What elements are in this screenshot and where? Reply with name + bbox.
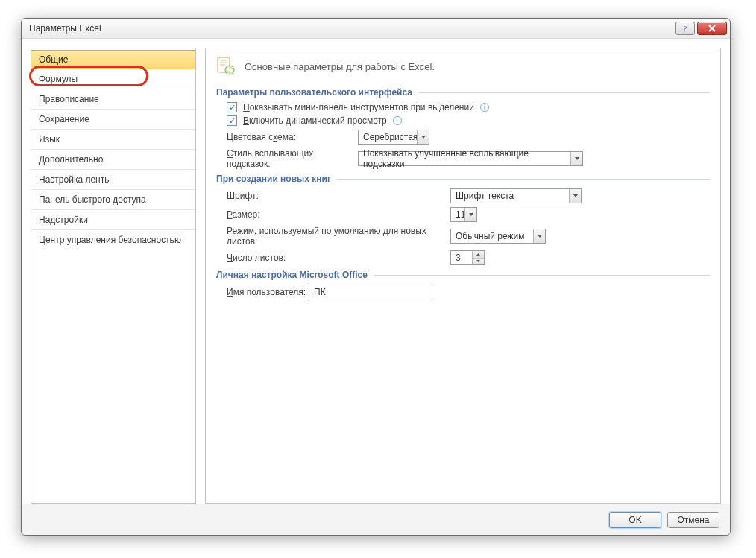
row-sheets-count: Число листов: 3: [227, 250, 710, 265]
svg-point-4: [230, 69, 233, 72]
chevron-down-icon: [417, 130, 429, 144]
row-color-scheme: Цветовая схема: Серебристая: [227, 130, 710, 145]
combo-tooltip-style[interactable]: Показывать улучшенные всплывающие подска…: [358, 151, 583, 166]
group-label: Параметры пользовательского интерфейса: [216, 87, 412, 98]
label-font: Шрифт:: [227, 191, 450, 201]
sidebar-item-label: Настройка ленты: [39, 174, 111, 185]
sidebar-item-label: Дополнительно: [39, 154, 103, 165]
button-label: Отмена: [677, 515, 709, 525]
sidebar-item-formulas[interactable]: Формулы: [31, 69, 195, 89]
combo-font[interactable]: Шрифт текста: [450, 188, 582, 203]
sidebar-item-label: Надстройки: [39, 215, 88, 225]
checkbox-show-minibar[interactable]: [227, 102, 237, 112]
label-live-preview: Включить динамический просмотр: [243, 115, 387, 126]
chevron-down-icon: [533, 229, 545, 243]
sidebar-item-proofing[interactable]: Правописание: [31, 89, 195, 110]
svg-point-3: [227, 68, 230, 71]
spinner-up-icon[interactable]: [473, 251, 484, 259]
sidebar-item-customize-ribbon[interactable]: Настройка ленты: [31, 170, 195, 190]
group-ui-title: Параметры пользовательского интерфейса: [216, 87, 710, 98]
sidebar-item-addins[interactable]: Надстройки: [31, 210, 195, 230]
combo-color-scheme[interactable]: Серебристая: [358, 130, 429, 145]
input-username[interactable]: ПК: [309, 285, 435, 299]
group-newbook-title: При создании новых книг: [216, 174, 710, 184]
svg-text:?: ?: [684, 25, 687, 33]
chevron-down-icon: [464, 208, 476, 221]
sidebar-item-trust-center[interactable]: Центр управления безопасностью: [31, 230, 195, 250]
spinner-sheets-count[interactable]: 3: [450, 250, 485, 265]
combo-value: Показывать улучшенные всплывающие подска…: [359, 147, 570, 171]
combo-size[interactable]: 11: [450, 207, 477, 222]
dialog-window: Параметры Excel ? Общие Формулы Правопис…: [21, 18, 731, 536]
row-username: Имя пользователя: ПК: [227, 285, 710, 299]
sidebar-item-label: Центр управления безопасностью: [39, 235, 181, 245]
info-icon[interactable]: i: [480, 103, 489, 112]
sidebar-item-label: Язык: [39, 134, 60, 145]
row-show-minibar: Показывать мини-панель инструментов при …: [227, 102, 710, 112]
row-font: Шрифт: Шрифт текста: [227, 188, 710, 203]
options-icon: [216, 56, 237, 77]
sidebar-item-language[interactable]: Язык: [31, 130, 195, 150]
sidebar-item-label: Сохранение: [39, 114, 89, 124]
cancel-button[interactable]: Отмена: [667, 512, 719, 528]
sidebar-item-label: Формулы: [39, 74, 78, 84]
window-title: Параметры Excel: [29, 23, 673, 34]
label-color-scheme: Цветовая схема:: [227, 132, 358, 142]
row-tooltip-style: Стиль всплывающих подсказок: Показывать …: [227, 148, 710, 169]
sidebar-item-label: Правописание: [39, 94, 99, 104]
label-size: Размер:: [227, 209, 450, 220]
combo-default-view[interactable]: Обычный режим: [450, 229, 546, 244]
info-icon[interactable]: i: [393, 116, 402, 125]
label-tooltip-style: Стиль всплывающих подсказок:: [227, 148, 358, 169]
label-default-view: Режим, используемый по умолчанию для нов…: [227, 226, 450, 247]
sidebar-item-advanced[interactable]: Дополнительно: [31, 150, 195, 170]
row-default-view: Режим, используемый по умолчанию для нов…: [227, 226, 710, 247]
group-personal-title: Личная настройка Microsoft Office: [216, 270, 710, 280]
spinner-down-icon[interactable]: [473, 259, 484, 265]
group-label: Личная настройка Microsoft Office: [216, 270, 368, 280]
label-username: Имя пользователя:: [227, 287, 309, 297]
row-live-preview: Включить динамический просмотр i: [227, 115, 710, 126]
spinner-value: 3: [451, 251, 472, 264]
ok-button[interactable]: OK: [609, 512, 661, 528]
sidebar: Общие Формулы Правописание Сохранение Яз…: [31, 48, 196, 504]
sidebar-item-quick-access[interactable]: Панель быстрого доступа: [31, 190, 195, 210]
sidebar-item-label: Панель быстрого доступа: [39, 194, 146, 205]
group-label: При создании новых книг: [216, 174, 331, 184]
chevron-down-icon: [570, 152, 582, 165]
svg-point-2: [225, 66, 234, 74]
close-button[interactable]: [697, 22, 727, 35]
label-sheets-count: Число листов:: [227, 253, 450, 263]
help-button[interactable]: ?: [675, 22, 695, 35]
titlebar[interactable]: Параметры Excel ?: [22, 19, 730, 39]
chevron-down-icon: [569, 189, 581, 203]
content-area: Общие Формулы Правописание Сохранение Яз…: [22, 39, 730, 504]
combo-value: Серебристая: [359, 130, 417, 144]
dialog-footer: OK Отмена: [22, 504, 730, 535]
row-size: Размер: 11: [227, 207, 710, 222]
combo-value: 11: [451, 208, 464, 221]
panel-title-text: Основные параметры для работы с Excel.: [245, 61, 435, 72]
sidebar-item-save[interactable]: Сохранение: [31, 110, 195, 130]
label-show-minibar: Показывать мини-панель инструментов при …: [243, 102, 474, 112]
combo-value: Обычный режим: [451, 229, 533, 243]
button-label: OK: [629, 515, 641, 525]
panel-heading: Основные параметры для работы с Excel.: [216, 56, 710, 77]
combo-value: Шрифт текста: [451, 189, 569, 203]
sidebar-item-label: Общие: [39, 54, 68, 65]
checkbox-live-preview[interactable]: [227, 115, 237, 126]
close-icon: [708, 24, 716, 33]
main-panel: Основные параметры для работы с Excel. П…: [205, 48, 721, 504]
help-icon: ?: [681, 24, 690, 33]
input-value: ПК: [314, 287, 326, 297]
sidebar-item-general[interactable]: Общие: [31, 50, 195, 69]
